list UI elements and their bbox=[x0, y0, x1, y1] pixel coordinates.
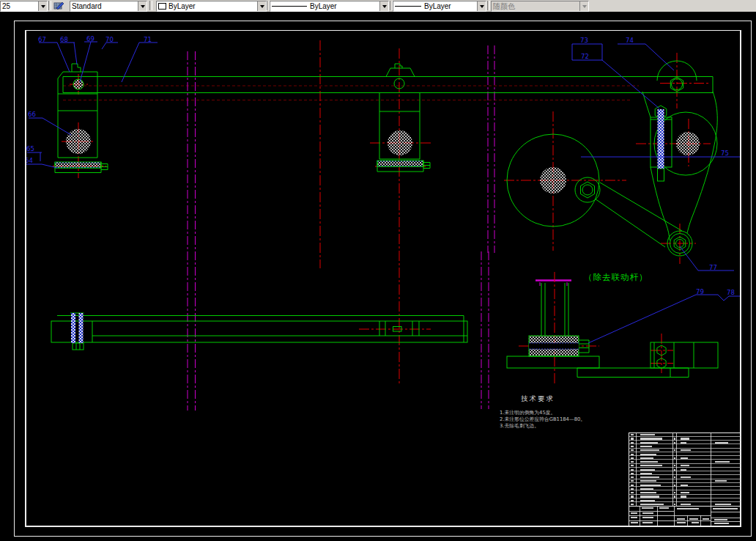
lineweight-combo-value: ByLayer bbox=[424, 2, 451, 10]
illegible-text-mark bbox=[674, 492, 675, 493]
illegible-text-mark bbox=[674, 442, 675, 444]
leader-label-71: 71 bbox=[144, 36, 152, 43]
illegible-text-mark bbox=[681, 496, 686, 497]
illegible-text-mark bbox=[681, 476, 691, 478]
illegible-text-mark bbox=[674, 485, 675, 486]
illegible-text-mark bbox=[714, 519, 727, 520]
illegible-text-mark bbox=[674, 504, 675, 505]
color-combo-value: ByLayer bbox=[168, 2, 196, 10]
chevron-down-icon bbox=[260, 5, 264, 8]
text-style-combo-value: Standard bbox=[70, 1, 138, 11]
illegible-text-mark bbox=[640, 449, 659, 451]
illegible-text-mark bbox=[631, 454, 634, 455]
leader-label-66: 66 bbox=[28, 111, 36, 118]
chevron-down-icon bbox=[141, 5, 145, 8]
lineweight-sample-icon bbox=[395, 6, 421, 7]
illegible-text-mark bbox=[689, 518, 698, 520]
illegible-text-mark bbox=[681, 485, 688, 486]
illegible-text-mark bbox=[631, 488, 634, 490]
illegible-text-mark bbox=[631, 522, 638, 523]
chevron-down-icon bbox=[41, 5, 45, 8]
leader-label-70: 70 bbox=[105, 36, 114, 43]
linetype-combo-arrow[interactable] bbox=[379, 1, 388, 11]
tech-note: 2.未注形位公差应符合GB1184—80。 bbox=[500, 416, 585, 422]
tech-requirements-title: 技术要求 bbox=[521, 394, 555, 402]
text-style-combo[interactable]: Standard bbox=[70, 1, 147, 12]
leader-label-67: 67 bbox=[38, 36, 46, 43]
scale-combo-arrow[interactable] bbox=[38, 1, 47, 11]
illegible-text-mark bbox=[674, 465, 675, 466]
illegible-text-mark bbox=[640, 473, 652, 474]
illegible-text-mark bbox=[681, 492, 689, 493]
illegible-text-mark bbox=[631, 485, 634, 486]
illegible-text-mark bbox=[715, 442, 728, 444]
illegible-text-mark bbox=[713, 508, 738, 509]
lineweight-combo[interactable]: ByLayer bbox=[393, 1, 486, 12]
illegible-text-mark bbox=[640, 504, 664, 505]
illegible-text-mark bbox=[677, 522, 686, 523]
illegible-text-mark bbox=[631, 473, 634, 474]
illegible-text-mark bbox=[640, 442, 658, 444]
illegible-text-mark bbox=[631, 449, 634, 451]
illegible-text-mark bbox=[642, 517, 653, 518]
lineweight-combo-arrow[interactable] bbox=[477, 1, 486, 11]
color-combo-arrow[interactable] bbox=[257, 1, 266, 11]
plotstyle-combo: 随颜色 bbox=[491, 1, 589, 12]
leader-label-72: 72 bbox=[581, 53, 589, 60]
view-caption: （除去联动杆） bbox=[584, 272, 648, 282]
illegible-text-mark bbox=[681, 469, 686, 471]
illegible-text-mark bbox=[642, 512, 653, 514]
illegible-text-mark bbox=[631, 517, 637, 518]
illegible-text-mark bbox=[640, 500, 655, 501]
illegible-text-mark bbox=[677, 508, 699, 509]
illegible-text-mark bbox=[681, 504, 691, 505]
illegible-text-mark bbox=[640, 434, 655, 435]
scale-combo-value: 25 bbox=[1, 1, 38, 11]
illegible-text-mark bbox=[631, 438, 634, 439]
illegible-text-mark bbox=[631, 434, 634, 435]
illegible-text-mark bbox=[681, 465, 689, 466]
illegible-text-mark bbox=[631, 469, 634, 471]
style-tool-button[interactable] bbox=[51, 1, 66, 10]
layer-style-icon bbox=[53, 1, 64, 10]
leader-label-79: 79 bbox=[696, 288, 704, 295]
illegible-text-mark bbox=[681, 449, 691, 451]
leader-label-75: 75 bbox=[721, 150, 729, 157]
illegible-text-mark bbox=[640, 465, 662, 466]
illegible-text-mark bbox=[640, 438, 662, 439]
illegible-text-mark bbox=[674, 496, 675, 497]
linetype-combo[interactable]: ByLayer bbox=[270, 1, 389, 12]
linetype-sample-icon bbox=[272, 6, 307, 7]
chevron-down-icon bbox=[582, 5, 587, 8]
disc-bore-hatch bbox=[540, 167, 566, 194]
illegible-text-mark bbox=[674, 476, 675, 478]
illegible-text-mark bbox=[640, 485, 661, 486]
illegible-text-mark bbox=[631, 446, 634, 447]
illegible-text-mark bbox=[714, 523, 729, 524]
plotstyle-combo-value: 随颜色 bbox=[492, 1, 579, 11]
illegible-text-mark bbox=[677, 518, 685, 520]
cad-drawing-canvas[interactable]: 676869707166656473747275777978 （除去联动杆） 技… bbox=[0, 12, 756, 541]
illegible-text-mark bbox=[640, 476, 659, 478]
scale-combo[interactable]: 25 bbox=[0, 1, 48, 12]
illegible-text-mark bbox=[640, 446, 652, 447]
illegible-text-mark bbox=[631, 480, 634, 482]
illegible-text-mark bbox=[631, 457, 634, 459]
illegible-text-mark bbox=[681, 442, 686, 444]
cad-application-window: { "toolbar": { "combo1_value": "25", "st… bbox=[0, 0, 756, 541]
chevron-down-icon bbox=[480, 5, 484, 8]
illegible-text-mark bbox=[640, 496, 659, 497]
middle-bracket-bore-hatch bbox=[388, 130, 412, 155]
text-style-combo-arrow[interactable] bbox=[138, 1, 147, 11]
illegible-text-mark bbox=[640, 492, 656, 493]
illegible-text-mark bbox=[674, 469, 675, 471]
illegible-text-mark bbox=[642, 522, 653, 523]
illegible-text-mark bbox=[631, 442, 634, 444]
illegible-text-mark bbox=[681, 457, 688, 459]
illegible-text-mark bbox=[640, 461, 658, 463]
tech-note: 1.未注明的倒角为45度。 bbox=[500, 410, 555, 416]
leader-label-68: 68 bbox=[60, 36, 68, 43]
color-combo[interactable]: ByLayer bbox=[156, 1, 267, 12]
illegible-text-mark bbox=[631, 461, 634, 463]
illegible-text-mark bbox=[631, 504, 634, 505]
